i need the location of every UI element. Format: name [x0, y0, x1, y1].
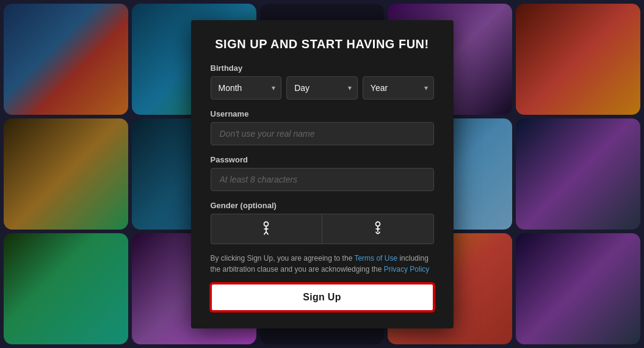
svg-line-4: [266, 231, 269, 234]
gender-male-button[interactable]: [211, 214, 322, 244]
svg-point-0: [264, 222, 269, 226]
password-input[interactable]: [211, 168, 434, 191]
password-section: Password: [211, 155, 434, 191]
gender-row: [211, 214, 434, 244]
male-icon: [258, 220, 275, 237]
day-select-wrapper: Day 123456789101112131415161718192021222…: [286, 76, 358, 100]
month-select-wrapper: Month January February March April May J…: [211, 76, 282, 100]
username-label: Username: [211, 109, 434, 118]
svg-point-5: [375, 222, 380, 226]
signup-modal: SIGN UP AND START HAVING FUN! Birthday M…: [191, 20, 454, 328]
year-select-wrapper: Year 20262025202420232022202120202019201…: [363, 76, 434, 100]
terms-prefix: By clicking Sign Up, you are agreeing to…: [211, 254, 355, 263]
signup-button[interactable]: Sign Up: [211, 283, 434, 311]
female-icon: [369, 220, 386, 237]
birthday-label: Birthday: [211, 63, 434, 73]
username-input[interactable]: [211, 122, 434, 145]
day-select[interactable]: Day 123456789101112131415161718192021222…: [286, 76, 358, 100]
gender-label: Gender (optional): [211, 201, 434, 210]
privacy-policy-link[interactable]: Privacy Policy: [384, 265, 430, 274]
birthday-row: Month January February March April May J…: [211, 76, 434, 100]
month-select[interactable]: Month January February March April May J…: [211, 76, 282, 100]
terms-text: By clicking Sign Up, you are agreeing to…: [211, 253, 434, 275]
terms-of-use-link[interactable]: Terms of Use: [354, 254, 397, 263]
year-select[interactable]: Year 20262025202420232022202120202019201…: [363, 76, 434, 100]
modal-title: SIGN UP AND START HAVING FUN!: [211, 37, 434, 51]
username-section: Username: [211, 109, 434, 145]
modal-overlay: SIGN UP AND START HAVING FUN! Birthday M…: [0, 0, 644, 348]
gender-female-button[interactable]: [322, 214, 434, 244]
password-label: Password: [211, 155, 434, 164]
gender-section: Gender (optional): [211, 201, 434, 244]
